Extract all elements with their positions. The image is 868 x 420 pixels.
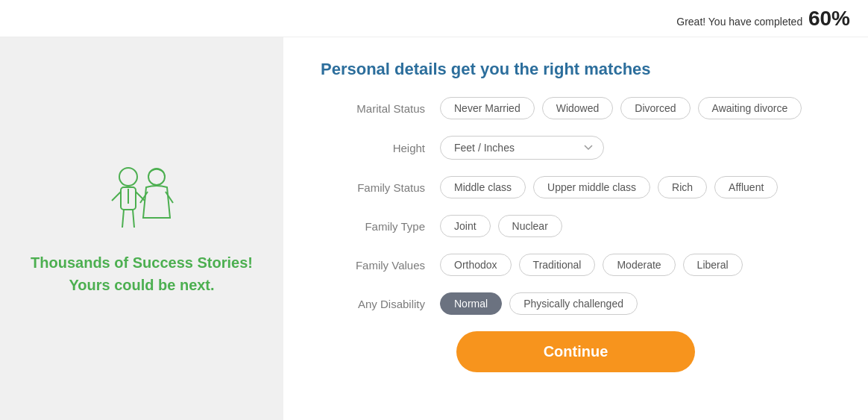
- top-bar: Great! You have completed 60%: [0, 0, 868, 37]
- family-status-label: Family Status: [321, 181, 440, 194]
- section-title: Personal details get you the right match…: [321, 60, 831, 79]
- height-row: Height Feet / Inches: [321, 136, 831, 160]
- left-panel: Thousands of Success Stories! Yours coul…: [0, 37, 283, 420]
- right-panel: Personal details get you the right match…: [283, 37, 868, 420]
- continue-button[interactable]: Continue: [456, 331, 695, 372]
- progress-percent: 60%: [808, 7, 850, 30]
- main-content: Thousands of Success Stories! Yours coul…: [0, 37, 868, 420]
- option-upper-middle-class[interactable]: Upper middle class: [533, 176, 650, 198]
- option-liberal[interactable]: Liberal: [683, 254, 743, 276]
- family-values-row: Family Values Orthodox Traditional Moder…: [321, 254, 831, 276]
- success-line2: Yours could be next.: [31, 274, 253, 296]
- option-never-married[interactable]: Never Married: [440, 97, 535, 119]
- height-select[interactable]: Feet / Inches: [440, 136, 604, 160]
- option-affluent[interactable]: Affluent: [714, 176, 778, 198]
- option-divorced[interactable]: Divorced: [620, 97, 690, 119]
- option-rich[interactable]: Rich: [658, 176, 707, 198]
- marital-status-label: Marital Status: [321, 102, 440, 115]
- height-label: Height: [321, 142, 440, 154]
- any-disability-label: Any Disability: [321, 298, 440, 310]
- svg-line-4: [112, 192, 121, 201]
- svg-point-0: [119, 168, 137, 186]
- family-type-label: Family Type: [321, 220, 440, 233]
- option-joint[interactable]: Joint: [440, 215, 491, 237]
- success-line1: Thousands of Success Stories!: [31, 251, 253, 274]
- family-values-label: Family Values: [321, 259, 440, 272]
- option-normal[interactable]: Normal: [440, 292, 502, 315]
- marital-status-options: Never Married Widowed Divorced Awaiting …: [440, 97, 802, 119]
- any-disability-row: Any Disability Normal Physically challen…: [321, 292, 831, 315]
- success-message: Thousands of Success Stories! Yours coul…: [31, 251, 253, 296]
- continue-row: Continue: [321, 331, 831, 372]
- option-orthodox[interactable]: Orthodox: [440, 254, 512, 276]
- option-awaiting-divorce[interactable]: Awaiting divorce: [698, 97, 802, 119]
- option-traditional[interactable]: Traditional: [519, 254, 596, 276]
- family-type-options: Joint Nuclear: [440, 215, 562, 237]
- family-type-row: Family Type Joint Nuclear: [321, 215, 831, 237]
- family-status-options: Middle class Upper middle class Rich Aff…: [440, 176, 778, 198]
- option-middle-class[interactable]: Middle class: [440, 176, 526, 198]
- option-widowed[interactable]: Widowed: [542, 97, 614, 119]
- svg-line-9: [166, 192, 173, 203]
- progress-prefix: Great! You have completed: [676, 16, 802, 28]
- marital-status-row: Marital Status Never Married Widowed Div…: [321, 97, 831, 119]
- svg-line-3: [133, 210, 134, 228]
- family-values-options: Orthodox Traditional Moderate Liberal: [440, 254, 743, 276]
- progress-text: Great! You have completed 60%: [676, 7, 850, 31]
- any-disability-options: Normal Physically challenged: [440, 292, 638, 315]
- option-nuclear[interactable]: Nuclear: [498, 215, 562, 237]
- option-moderate[interactable]: Moderate: [603, 254, 675, 276]
- svg-line-2: [122, 210, 124, 228]
- family-status-row: Family Status Middle class Upper middle …: [321, 176, 831, 198]
- couple-illustration: [97, 162, 186, 236]
- option-physically-challenged[interactable]: Physically challenged: [509, 292, 638, 315]
